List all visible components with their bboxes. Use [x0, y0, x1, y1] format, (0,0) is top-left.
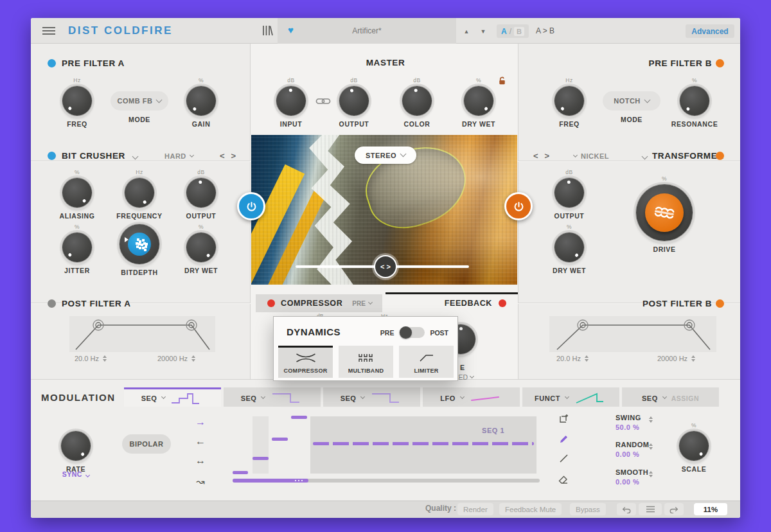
knob-body[interactable] — [554, 233, 584, 262]
seq-scrollbar[interactable] — [233, 479, 540, 483]
pre-filter-b-enable-led[interactable] — [716, 59, 724, 67]
toggle-switch[interactable] — [399, 327, 425, 338]
pre-filter-a-freq-knob[interactable]: Hz FREQ — [46, 77, 108, 128]
pre-filter-b-mode-dropdown[interactable]: NOTCH — [603, 91, 660, 111]
high-freq-value[interactable]: 20000 Hz — [157, 355, 188, 362]
dynamics-tile-limiter[interactable]: LIMITER — [399, 346, 454, 378]
mod-tab-seq-1[interactable]: SEQ — [124, 387, 221, 407]
transformer-prev-next[interactable]: <> — [533, 151, 552, 161]
pre-filter-a-gain-knob[interactable]: % GAIN — [170, 77, 232, 128]
stepper[interactable] — [103, 355, 107, 362]
seq-line-tool-icon[interactable] — [558, 452, 569, 464]
post-filter-b-display[interactable] — [549, 316, 716, 352]
pre-filter-b-freq-knob[interactable]: Hz FREQ — [538, 77, 600, 128]
bipolar-button[interactable]: BIPOLAR — [122, 434, 171, 454]
transformer-title[interactable]: TRANSFORMER — [642, 151, 724, 161]
seq-direction-forward[interactable]: → — [193, 416, 208, 428]
stepper[interactable] — [691, 355, 695, 362]
knob-body[interactable] — [276, 86, 306, 116]
stereo-mode-dropdown[interactable]: STEREO — [355, 146, 416, 164]
advanced-button[interactable]: Advanced — [686, 24, 734, 38]
preset-prev-button[interactable]: ▲ — [461, 28, 472, 35]
knob-body[interactable] — [636, 184, 693, 241]
bit-crusher-aliasing-knob[interactable]: % ALIASING — [46, 169, 108, 220]
seq-step-bar[interactable] — [233, 471, 248, 474]
pre-filter-b-resonance-knob[interactable]: % RESONANCE — [664, 77, 725, 128]
preset-name[interactable]: Artificer* — [278, 26, 456, 35]
swing-stepper[interactable] — [649, 416, 653, 423]
cpu-meter[interactable]: 11% — [694, 503, 727, 515]
mod-tab-seq-3[interactable]: SEQ — [323, 387, 420, 407]
preset-browser[interactable]: ♥ Artificer* — [278, 18, 456, 44]
assign-label[interactable]: ASSIGN — [671, 395, 699, 402]
seq-editor-area[interactable]: SEQ 1 — [310, 416, 536, 474]
compressor-routing-dropdown[interactable]: PRE — [352, 300, 372, 307]
master-color-knob[interactable]: dB COLOR — [386, 77, 448, 128]
post-filter-a-enable-led[interactable] — [48, 299, 56, 308]
bit-crusher-power-button[interactable] — [237, 192, 265, 220]
knob-body[interactable] — [402, 86, 432, 116]
knob-body[interactable] — [186, 86, 216, 116]
seq-step-bar[interactable] — [291, 416, 307, 419]
seq-step-bar[interactable] — [253, 457, 269, 460]
mod-tab-seq-2[interactable]: SEQ — [224, 387, 321, 407]
mod-tab-lfo[interactable]: LFO — [423, 387, 520, 407]
pre-post-toggle[interactable]: PRE POST — [380, 327, 448, 338]
prev-icon[interactable]: < — [220, 151, 227, 161]
knob-body[interactable] — [62, 178, 92, 208]
master-output-knob[interactable]: dB OUTPUT — [323, 77, 385, 128]
seq-copy-tool-icon[interactable] — [558, 412, 569, 424]
stepper[interactable] — [191, 355, 195, 362]
feedback-tab[interactable]: FEEDBACK — [386, 292, 518, 312]
knob-body[interactable] — [679, 431, 709, 461]
post-filter-a-high-freq[interactable]: 20000 Hz — [157, 355, 195, 362]
preset-next-button[interactable]: ▼ — [478, 28, 488, 35]
next-icon[interactable]: > — [231, 151, 239, 161]
bit-crusher-output-knob[interactable]: dB OUTPUT — [170, 169, 232, 220]
compressor-enable-led[interactable] — [267, 299, 275, 307]
history-menu-button[interactable] — [639, 503, 662, 515]
transformer-type-dropdown[interactable]: NICKEL — [574, 152, 609, 160]
smooth-value[interactable]: 0.00 % — [616, 478, 639, 486]
seq-pencil-tool-icon[interactable] — [558, 433, 569, 445]
mod-tab-seq-assign[interactable]: SEQ ASSIGN — [622, 387, 719, 407]
seq-direction-random[interactable]: ↝ — [193, 475, 208, 488]
post-filter-a-low-freq[interactable]: 20.0 Hz — [75, 355, 107, 362]
knob-body[interactable] — [339, 86, 369, 116]
seq-eraser-tool-icon[interactable] — [558, 474, 569, 486]
post-filter-a-display[interactable] — [69, 316, 215, 352]
transformer-drive-knob[interactable]: % DRIVE — [634, 175, 695, 253]
stepper[interactable] — [585, 355, 589, 362]
low-freq-value[interactable]: 20.0 Hz — [556, 355, 581, 362]
hamburger-menu-icon[interactable] — [42, 27, 55, 37]
knob-body[interactable] — [186, 233, 216, 262]
knob-body[interactable] — [186, 178, 216, 208]
seq-value-line[interactable] — [313, 442, 534, 445]
rate-sync-dropdown[interactable]: SYNC — [45, 470, 107, 478]
ab-copy-button[interactable]: A > B — [536, 26, 554, 35]
high-freq-value[interactable]: 20000 Hz — [657, 355, 687, 362]
bit-crusher-bitdepth-knob[interactable]: BITDEPTH — [109, 224, 170, 276]
random-stepper[interactable] — [649, 443, 653, 450]
seq-scrollbar-thumb[interactable] — [233, 479, 308, 483]
transformer-drywet-knob[interactable]: % DRY WET — [538, 224, 600, 274]
knob-body[interactable] — [120, 224, 159, 264]
bit-crusher-prev-next[interactable]: <> — [220, 151, 238, 161]
transformer-power-button[interactable] — [504, 192, 533, 220]
seq-step-column[interactable] — [253, 416, 269, 474]
post-filter-b-enable-led[interactable] — [716, 299, 724, 308]
knob-body[interactable] — [62, 86, 92, 116]
dynamics-tile-multiband[interactable]: MULTIBAND — [339, 346, 393, 378]
low-freq-value[interactable]: 20.0 Hz — [75, 355, 99, 362]
morph-slider-handle[interactable]: <> — [374, 255, 397, 278]
feedback-mute-button[interactable]: Feedback Mute — [499, 503, 562, 515]
seq-direction-pingpong[interactable]: ↔ — [193, 455, 208, 466]
prev-icon[interactable]: < — [533, 151, 541, 161]
bit-crusher-enable-led[interactable] — [48, 152, 56, 160]
transformer-enable-led[interactable] — [716, 152, 724, 160]
modulation-scale-knob[interactable]: % SCALE — [663, 422, 725, 473]
bit-crusher-jitter-knob[interactable]: % JITTER — [46, 224, 108, 274]
bypass-button[interactable]: Bypass — [570, 503, 606, 515]
random-value[interactable]: 0.00 % — [616, 450, 639, 458]
modulation-rate-knob[interactable]: RATE — [45, 431, 107, 473]
